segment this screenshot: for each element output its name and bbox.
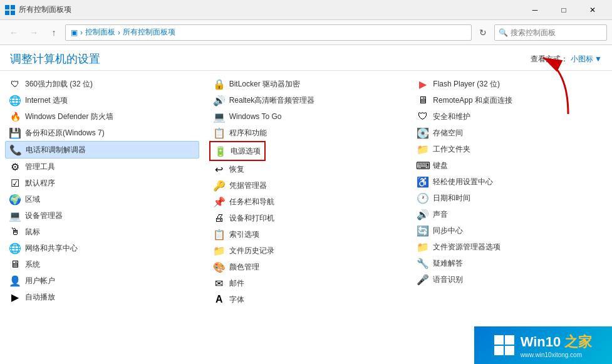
back-button[interactable]: ← xyxy=(5,24,23,41)
windows-to-go-item[interactable]: 💻 Windows To Go xyxy=(209,108,403,125)
watermark: Win10 之家 www.win10xitong.com xyxy=(474,326,612,364)
list-item[interactable]: A 字体 xyxy=(209,291,403,308)
list-item[interactable]: 🎨 颜色管理 xyxy=(209,259,403,275)
breadcrumb-icon: ▣ xyxy=(71,28,78,37)
item-label: 默认程序 xyxy=(25,178,55,189)
svg-rect-0 xyxy=(5,5,9,9)
list-item[interactable]: 🕐 日期和时间 xyxy=(413,190,607,206)
item-label: 任务栏和导航 xyxy=(229,197,274,207)
list-item[interactable]: ▶ Flash Player (32 位) xyxy=(413,76,607,92)
search-input[interactable] xyxy=(511,28,604,37)
item-label: 自动播放 xyxy=(25,292,55,303)
list-item[interactable]: 🛡 360强力卸载 (32 位) xyxy=(5,76,199,92)
list-item[interactable]: ⚙ 管理工具 xyxy=(5,159,199,175)
forward-button[interactable]: → xyxy=(25,24,43,41)
breadcrumb-all-items[interactable]: 所有控制面板项 xyxy=(123,27,175,38)
item-label: RemoteApp 和桌面连接 xyxy=(433,95,512,106)
list-item[interactable]: 🌍 区域 xyxy=(5,191,199,207)
item-icon: 🌍 xyxy=(9,193,21,205)
list-item[interactable]: ↩ 恢复 xyxy=(209,161,403,177)
item-label: 轻松使用设置中心 xyxy=(433,177,493,187)
item-label: Internet 选项 xyxy=(25,95,68,106)
list-item[interactable]: 🔊 Realtek高清晰音频管理器 xyxy=(209,92,403,108)
list-item[interactable]: 🌐 网络和共享中心 xyxy=(5,240,199,256)
item-label: 文件资源管理器选项 xyxy=(433,242,500,252)
item-icon: 🖱 xyxy=(9,226,21,238)
list-item[interactable]: 🔑 凭据管理器 xyxy=(209,177,403,194)
list-item[interactable]: 🔥 Windows Defender 防火墙 xyxy=(5,108,199,125)
item-icon: 📁 xyxy=(417,241,429,253)
item-label: 凭据管理器 xyxy=(229,180,267,191)
content-area: 调整计算机的设置 查看方式： 小图标 ▼ 🛡 360强力卸载 (32 位) 🌐 … xyxy=(0,45,612,364)
item-label: 字体 xyxy=(229,294,244,305)
item-icon: 🛡 xyxy=(417,110,429,123)
list-item[interactable]: 🔄 同步中心 xyxy=(413,222,607,239)
list-item[interactable]: 🌐 Internet 选项 xyxy=(5,92,199,108)
list-item[interactable]: 🖥 系统 xyxy=(5,256,199,273)
up-button[interactable]: ↑ xyxy=(45,24,63,41)
view-selector[interactable]: 小图标 ▼ xyxy=(571,54,602,65)
close-button[interactable]: ✕ xyxy=(578,0,607,20)
item-label: 网络和共享中心 xyxy=(25,243,78,254)
list-item[interactable]: 🎤 语音识别 xyxy=(413,271,607,288)
breadcrumb-control-panel[interactable]: 控制面板 xyxy=(85,27,115,38)
item-icon: 🌐 xyxy=(9,94,21,107)
svg-rect-1 xyxy=(11,5,15,9)
list-item[interactable]: 📋 程序和功能 xyxy=(209,125,403,141)
list-item[interactable]: 🛡 安全和维护 xyxy=(413,108,607,125)
view-options: 查看方式： 小图标 ▼ xyxy=(531,54,602,65)
item-icon: 📞 xyxy=(9,143,22,156)
list-item[interactable]: 🖨 设备和打印机 xyxy=(209,210,403,226)
item-label: 工作文件夹 xyxy=(433,144,470,155)
item-icon: 📋 xyxy=(213,228,226,241)
svg-rect-3 xyxy=(11,11,15,15)
item-label: 索引选项 xyxy=(229,229,259,240)
list-item[interactable]: 📁 文件资源管理器选项 xyxy=(413,239,607,255)
list-item[interactable]: ✉ 邮件 xyxy=(209,275,403,291)
list-item[interactable]: 🔧 疑难解答 xyxy=(413,255,607,271)
list-item[interactable]: 📁 工作文件夹 xyxy=(413,141,607,157)
list-item[interactable]: 💻 设备管理器 xyxy=(5,207,199,224)
item-label: 语音识别 xyxy=(433,274,463,285)
list-item[interactable]: 📁 文件历史记录 xyxy=(209,242,403,259)
window-title: 所有控制面板项 xyxy=(19,4,521,15)
item-icon: ↩ xyxy=(213,163,226,175)
list-item[interactable]: ♿ 轻松使用设置中心 xyxy=(413,174,607,190)
address-bar: ← → ↑ ▣ › 控制面板 › 所有控制面板项 ↻ 🔍 xyxy=(0,20,612,45)
list-item[interactable]: 🔒 BitLocker 驱动器加密 xyxy=(209,76,403,92)
item-icon: ▶ xyxy=(9,291,21,303)
item-label: 恢复 xyxy=(229,164,244,175)
power-options-item[interactable]: 🔋 电源选项 xyxy=(212,143,263,159)
list-item[interactable]: 📌 任务栏和导航 xyxy=(209,194,403,210)
item-icon: 💾 xyxy=(9,127,21,139)
list-item[interactable]: ☑ 默认程序 xyxy=(5,175,199,191)
page-title: 调整计算机的设置 xyxy=(10,51,100,66)
item-label: 安全和维护 xyxy=(433,112,470,122)
item-label: 颜色管理 xyxy=(229,262,259,273)
refresh-button[interactable]: ↻ xyxy=(474,24,492,41)
column-1: 🛡 360强力卸载 (32 位) 🌐 Internet 选项 🔥 Windows… xyxy=(0,76,204,359)
list-item[interactable]: 🖱 鼠标 xyxy=(5,224,199,240)
minimize-button[interactable]: ─ xyxy=(521,0,549,20)
power-options-container: 🔋 电源选项 xyxy=(209,141,403,161)
list-item[interactable]: 🔊 声音 xyxy=(413,206,607,222)
item-icon: ♿ xyxy=(417,175,429,188)
item-label: 备份和还原(Windows 7) xyxy=(25,128,105,138)
list-item[interactable]: 💾 备份和还原(Windows 7) xyxy=(5,125,199,141)
list-item[interactable]: ▶ 自动播放 xyxy=(5,289,199,305)
item-label: 电源选项 xyxy=(231,146,261,157)
power-options-highlight-box[interactable]: 🔋 电源选项 xyxy=(209,141,266,161)
item-icon: 🔥 xyxy=(9,110,21,123)
list-item[interactable]: 📋 索引选项 xyxy=(209,226,403,242)
search-box: 🔍 xyxy=(494,24,607,41)
list-item[interactable]: ⌨ 键盘 xyxy=(413,157,607,174)
list-item[interactable]: 👤 用户帐户 xyxy=(5,273,199,289)
maximize-button[interactable]: □ xyxy=(549,0,578,20)
item-icon: 💻 xyxy=(9,209,21,222)
list-item[interactable]: 🖥 RemoteApp 和桌面连接 xyxy=(413,92,607,108)
item-label: 鼠标 xyxy=(25,227,40,237)
item-icon: 🔋 xyxy=(214,145,227,157)
item-icon: 🔄 xyxy=(417,224,429,237)
telephone-modem-item[interactable]: 📞 电话和调制解调器 xyxy=(5,141,199,159)
list-item[interactable]: 💽 存储空间 xyxy=(413,125,607,141)
